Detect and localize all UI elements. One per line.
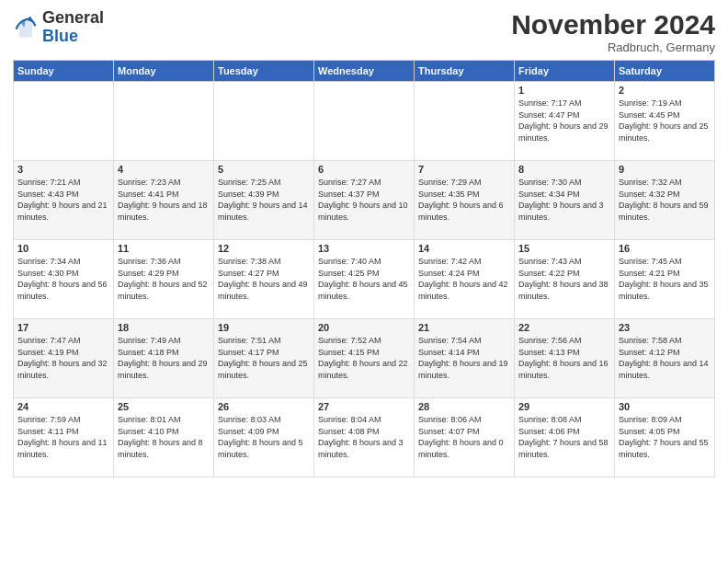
calendar-cell: 9Sunrise: 7:32 AM Sunset: 4:32 PM Daylig… (615, 161, 715, 240)
day-info: Sunrise: 7:43 AM Sunset: 4:22 PM Dayligh… (518, 256, 610, 302)
day-info: Sunrise: 7:32 AM Sunset: 4:32 PM Dayligh… (619, 177, 711, 223)
day-header-thursday: Thursday (415, 61, 515, 82)
day-header-tuesday: Tuesday (214, 61, 314, 82)
day-info: Sunrise: 7:25 AM Sunset: 4:39 PM Dayligh… (218, 177, 310, 223)
logo-general: General (42, 8, 104, 27)
day-info: Sunrise: 7:59 AM Sunset: 4:11 PM Dayligh… (17, 414, 109, 460)
day-info: Sunrise: 7:36 AM Sunset: 4:29 PM Dayligh… (118, 256, 210, 302)
calendar-cell: 23Sunrise: 7:58 AM Sunset: 4:12 PM Dayli… (615, 319, 715, 398)
day-number: 29 (518, 401, 610, 412)
calendar-cell: 6Sunrise: 7:27 AM Sunset: 4:37 PM Daylig… (314, 161, 415, 240)
day-number: 7 (418, 164, 510, 175)
calendar-cell: 28Sunrise: 8:06 AM Sunset: 4:07 PM Dayli… (415, 398, 515, 477)
day-info: Sunrise: 7:19 AM Sunset: 4:45 PM Dayligh… (619, 98, 711, 144)
day-info: Sunrise: 7:38 AM Sunset: 4:27 PM Dayligh… (218, 256, 310, 302)
day-info: Sunrise: 7:47 AM Sunset: 4:19 PM Dayligh… (17, 335, 109, 381)
day-number: 19 (218, 322, 310, 333)
calendar-cell (14, 82, 114, 161)
day-info: Sunrise: 7:21 AM Sunset: 4:43 PM Dayligh… (17, 177, 109, 223)
day-number: 30 (619, 401, 711, 412)
header: General Blue November 2024 Radbruch, Ger… (13, 9, 715, 54)
calendar-cell: 7Sunrise: 7:29 AM Sunset: 4:35 PM Daylig… (415, 161, 515, 240)
calendar-table: SundayMondayTuesdayWednesdayThursdayFrid… (13, 60, 715, 477)
day-number: 17 (17, 322, 109, 333)
calendar-cell: 25Sunrise: 8:01 AM Sunset: 4:10 PM Dayli… (114, 398, 214, 477)
day-number: 20 (318, 322, 410, 333)
logo-text: General Blue (42, 9, 104, 46)
calendar-cell: 27Sunrise: 8:04 AM Sunset: 4:08 PM Dayli… (314, 398, 415, 477)
day-header-saturday: Saturday (615, 61, 715, 82)
calendar-week-2: 10Sunrise: 7:34 AM Sunset: 4:30 PM Dayli… (14, 240, 715, 319)
month-title: November 2024 (511, 9, 715, 40)
calendar-header-row: SundayMondayTuesdayWednesdayThursdayFrid… (14, 61, 715, 82)
day-number: 23 (619, 322, 711, 333)
day-number: 28 (418, 401, 510, 412)
calendar-cell: 2Sunrise: 7:19 AM Sunset: 4:45 PM Daylig… (615, 82, 715, 161)
day-info: Sunrise: 8:01 AM Sunset: 4:10 PM Dayligh… (118, 414, 210, 460)
day-info: Sunrise: 7:54 AM Sunset: 4:14 PM Dayligh… (418, 335, 510, 381)
calendar-cell: 16Sunrise: 7:45 AM Sunset: 4:21 PM Dayli… (615, 240, 715, 319)
title-block: November 2024 Radbruch, Germany (511, 9, 715, 54)
day-number: 24 (17, 401, 109, 412)
calendar-cell: 10Sunrise: 7:34 AM Sunset: 4:30 PM Dayli… (14, 240, 114, 319)
day-info: Sunrise: 8:04 AM Sunset: 4:08 PM Dayligh… (318, 414, 410, 460)
calendar-cell: 14Sunrise: 7:42 AM Sunset: 4:24 PM Dayli… (415, 240, 515, 319)
day-info: Sunrise: 7:56 AM Sunset: 4:13 PM Dayligh… (518, 335, 610, 381)
main-container: General Blue November 2024 Radbruch, Ger… (0, 0, 728, 563)
day-info: Sunrise: 7:51 AM Sunset: 4:17 PM Dayligh… (218, 335, 310, 381)
day-number: 22 (518, 322, 610, 333)
calendar-cell: 24Sunrise: 7:59 AM Sunset: 4:11 PM Dayli… (14, 398, 114, 477)
calendar-cell: 12Sunrise: 7:38 AM Sunset: 4:27 PM Dayli… (214, 240, 314, 319)
day-number: 26 (218, 401, 310, 412)
day-number: 14 (418, 243, 510, 254)
calendar-week-0: 1Sunrise: 7:17 AM Sunset: 4:47 PM Daylig… (14, 82, 715, 161)
calendar-cell (214, 82, 314, 161)
calendar-cell: 5Sunrise: 7:25 AM Sunset: 4:39 PM Daylig… (214, 161, 314, 240)
day-number: 16 (619, 243, 711, 254)
day-info: Sunrise: 7:40 AM Sunset: 4:25 PM Dayligh… (318, 256, 410, 302)
calendar-week-1: 3Sunrise: 7:21 AM Sunset: 4:43 PM Daylig… (14, 161, 715, 240)
calendar-cell: 3Sunrise: 7:21 AM Sunset: 4:43 PM Daylig… (14, 161, 114, 240)
day-info: Sunrise: 7:42 AM Sunset: 4:24 PM Dayligh… (418, 256, 510, 302)
logo: General Blue (13, 9, 104, 46)
day-info: Sunrise: 7:30 AM Sunset: 4:34 PM Dayligh… (518, 177, 610, 223)
day-info: Sunrise: 7:45 AM Sunset: 4:21 PM Dayligh… (619, 256, 711, 302)
day-info: Sunrise: 8:09 AM Sunset: 4:05 PM Dayligh… (619, 414, 711, 460)
day-info: Sunrise: 7:49 AM Sunset: 4:18 PM Dayligh… (118, 335, 210, 381)
day-info: Sunrise: 8:06 AM Sunset: 4:07 PM Dayligh… (418, 414, 510, 460)
day-info: Sunrise: 7:17 AM Sunset: 4:47 PM Dayligh… (518, 98, 610, 144)
day-info: Sunrise: 7:23 AM Sunset: 4:41 PM Dayligh… (118, 177, 210, 223)
calendar-cell: 1Sunrise: 7:17 AM Sunset: 4:47 PM Daylig… (515, 82, 615, 161)
day-number: 2 (619, 85, 711, 96)
day-number: 1 (518, 85, 610, 96)
day-info: Sunrise: 8:08 AM Sunset: 4:06 PM Dayligh… (518, 414, 610, 460)
day-number: 21 (418, 322, 510, 333)
day-header-sunday: Sunday (14, 61, 114, 82)
calendar-cell (415, 82, 515, 161)
day-number: 27 (318, 401, 410, 412)
calendar-cell: 21Sunrise: 7:54 AM Sunset: 4:14 PM Dayli… (415, 319, 515, 398)
day-header-monday: Monday (114, 61, 214, 82)
calendar-cell: 30Sunrise: 8:09 AM Sunset: 4:05 PM Dayli… (615, 398, 715, 477)
day-info: Sunrise: 7:27 AM Sunset: 4:37 PM Dayligh… (318, 177, 410, 223)
calendar-cell: 26Sunrise: 8:03 AM Sunset: 4:09 PM Dayli… (214, 398, 314, 477)
calendar-cell: 15Sunrise: 7:43 AM Sunset: 4:22 PM Dayli… (515, 240, 615, 319)
logo-blue: Blue (42, 27, 78, 45)
day-info: Sunrise: 7:52 AM Sunset: 4:15 PM Dayligh… (318, 335, 410, 381)
calendar-cell: 19Sunrise: 7:51 AM Sunset: 4:17 PM Dayli… (214, 319, 314, 398)
calendar-cell: 13Sunrise: 7:40 AM Sunset: 4:25 PM Dayli… (314, 240, 415, 319)
calendar-cell: 8Sunrise: 7:30 AM Sunset: 4:34 PM Daylig… (515, 161, 615, 240)
calendar-cell: 18Sunrise: 7:49 AM Sunset: 4:18 PM Dayli… (114, 319, 214, 398)
calendar-cell (314, 82, 415, 161)
calendar-cell: 4Sunrise: 7:23 AM Sunset: 4:41 PM Daylig… (114, 161, 214, 240)
day-number: 25 (118, 401, 210, 412)
day-number: 9 (619, 164, 711, 175)
calendar-cell: 20Sunrise: 7:52 AM Sunset: 4:15 PM Dayli… (314, 319, 415, 398)
day-number: 6 (318, 164, 410, 175)
day-number: 18 (118, 322, 210, 333)
calendar-cell (114, 82, 214, 161)
calendar-cell: 29Sunrise: 8:08 AM Sunset: 4:06 PM Dayli… (515, 398, 615, 477)
day-number: 11 (118, 243, 210, 254)
day-number: 8 (518, 164, 610, 175)
logo-icon (13, 15, 39, 40)
